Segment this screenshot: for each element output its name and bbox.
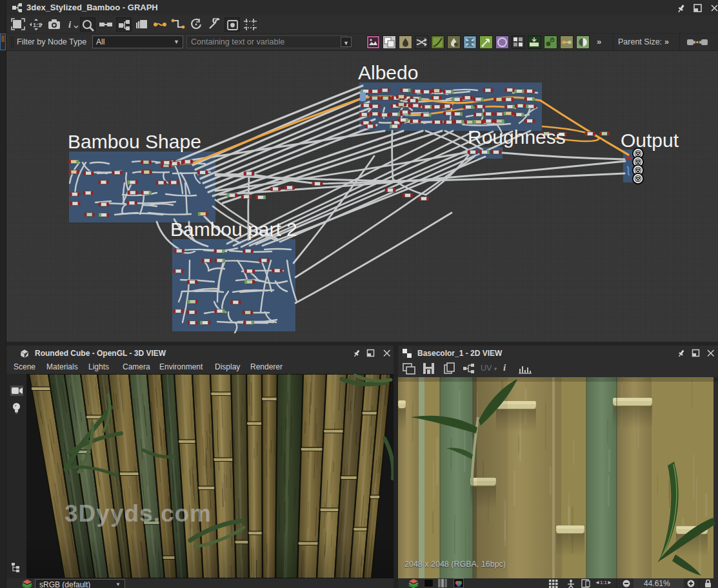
- svg-text:i: i: [68, 19, 72, 30]
- svg-text:1:1: 1:1: [33, 22, 41, 28]
